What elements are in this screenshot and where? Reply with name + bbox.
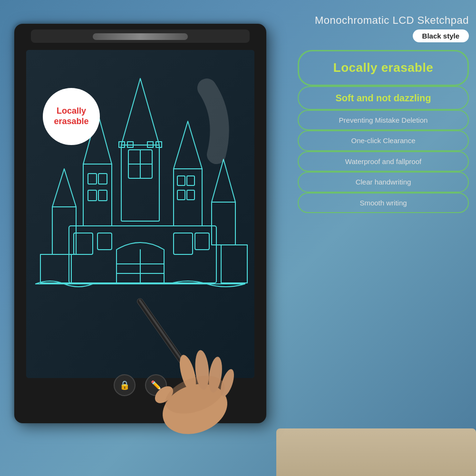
feature-item-clear-handwriting: Clear handwriting: [298, 172, 469, 193]
feature-text-smooth-writing: Smooth writing: [359, 198, 407, 208]
feature-text-clear-handwriting: Clear handwriting: [356, 177, 411, 187]
feature-item-one-click-clearance: One-click Clearance: [298, 130, 469, 151]
product-title: Monochromatic LCD Sketchpad: [298, 14, 469, 27]
feature-text-preventing-mistake: Preventing Mistake Deletion: [339, 116, 428, 125]
feature-item-locally-erasable: Locally erasable: [298, 50, 469, 86]
feature-text-soft-not-dazzling: Soft and not dazzling: [335, 92, 431, 104]
main-container: Locally erasable 🔒 ✏️: [0, 0, 476, 476]
feature-item-waterproof: Waterproof and fallproof: [298, 151, 469, 172]
feature-item-preventing-mistake: Preventing Mistake Deletion: [298, 110, 469, 131]
stylus-holder: [93, 33, 188, 40]
screen-badge: Locally erasable: [43, 88, 100, 145]
hand-container: [100, 271, 281, 452]
feature-text-locally-erasable: Locally erasable: [333, 60, 433, 76]
tablet-container: Locally erasable 🔒 ✏️: [14, 24, 281, 442]
style-badge: Black style: [413, 29, 469, 42]
feature-item-smooth-writing: Smooth writing: [298, 193, 469, 214]
features-panel: Monochromatic LCD Sketchpad Black style …: [298, 14, 469, 213]
hand-svg: [100, 271, 281, 452]
feature-text-waterproof: Waterproof and fallproof: [345, 157, 421, 166]
tablet-top-bar: [31, 29, 250, 43]
features-list: Locally erasableSoft and not dazzlingPre…: [298, 50, 469, 213]
feature-text-one-click-clearance: One-click Clearance: [351, 136, 415, 146]
screen-badge-text: Locally erasable: [54, 106, 88, 126]
feature-item-soft-not-dazzling: Soft and not dazzling: [298, 86, 469, 110]
table-surface: [276, 428, 476, 476]
